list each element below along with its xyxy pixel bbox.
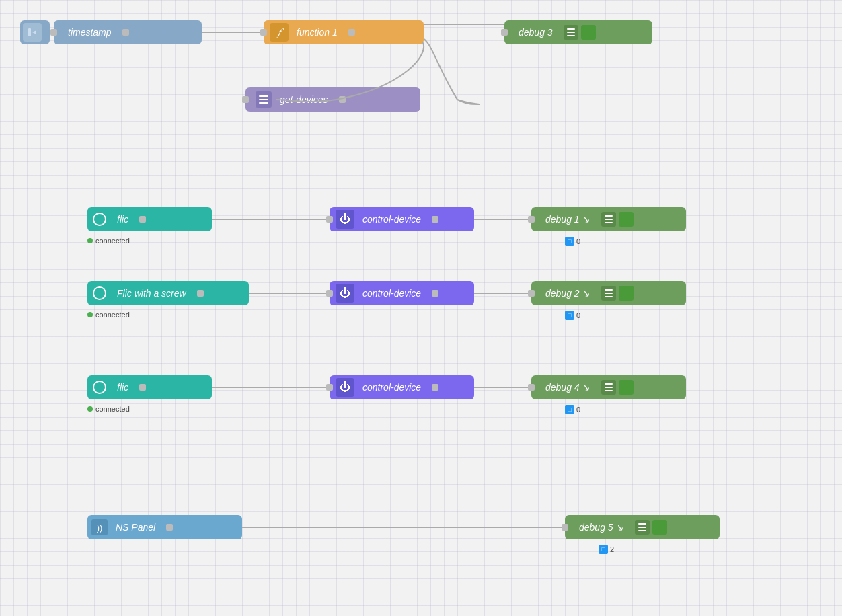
count-box: □ bbox=[565, 405, 574, 414]
flic-button-icon bbox=[93, 213, 106, 226]
node-debug5[interactable]: debug 5 ↘ bbox=[565, 515, 720, 539]
node-debug4[interactable]: debug 4 ↘ bbox=[531, 375, 686, 399]
status-dot bbox=[87, 406, 93, 412]
flic2-status: connected bbox=[87, 311, 130, 319]
count-box: □ bbox=[565, 311, 574, 320]
flic3-status: connected bbox=[87, 405, 130, 413]
port-left bbox=[326, 290, 333, 297]
debug-menu-icon[interactable] bbox=[564, 25, 578, 40]
debug-toggle[interactable] bbox=[619, 380, 634, 395]
debug5-label: debug 5 ↘ bbox=[571, 522, 632, 533]
status-dot bbox=[87, 238, 93, 243]
flic1-label: flic bbox=[109, 214, 137, 225]
port-left bbox=[242, 96, 249, 103]
node-debug2[interactable]: debug 2 ↘ bbox=[531, 281, 686, 305]
port-right bbox=[139, 216, 146, 223]
port-right-top bbox=[348, 29, 355, 36]
node-control-device2[interactable]: ⏻ control-device bbox=[330, 281, 474, 305]
toggle-icon: ⏻ bbox=[336, 378, 354, 397]
debug-toggle[interactable] bbox=[619, 286, 634, 301]
port-right bbox=[197, 290, 204, 297]
port-left bbox=[326, 384, 333, 391]
debug5-count: □ 2 bbox=[599, 545, 614, 554]
node-function1[interactable]: 𝑓 function 1 bbox=[264, 20, 424, 44]
count-box: □ bbox=[565, 237, 574, 246]
debug-menu-icon[interactable] bbox=[601, 286, 616, 301]
toggle-icon: ⏻ bbox=[336, 210, 354, 229]
port-left bbox=[528, 216, 535, 223]
get-devices-label: get-devices bbox=[272, 94, 336, 105]
count-box: □ bbox=[599, 545, 608, 554]
control-device2-label: control-device bbox=[354, 288, 429, 299]
port-left bbox=[501, 29, 508, 36]
flic-button-icon bbox=[93, 286, 106, 300]
port-right bbox=[432, 384, 438, 391]
node-flic3[interactable]: flic bbox=[87, 375, 212, 399]
port-left bbox=[562, 524, 568, 531]
debug-menu-icon[interactable] bbox=[635, 520, 650, 535]
node-red-canvas[interactable]: timestamp 𝑓 function 1 debug 3 get-devic… bbox=[0, 0, 842, 616]
svg-rect-0 bbox=[28, 28, 31, 36]
port-left bbox=[326, 216, 333, 223]
debug3-label: debug 3 bbox=[510, 27, 561, 38]
node-debug3[interactable]: debug 3 bbox=[504, 20, 652, 44]
flic-button-icon bbox=[93, 381, 106, 394]
status-dot bbox=[87, 312, 93, 317]
port-left bbox=[528, 384, 535, 391]
debug-toggle[interactable] bbox=[619, 212, 634, 227]
port-left bbox=[50, 29, 57, 36]
node-get-devices[interactable]: get-devices bbox=[245, 87, 420, 112]
node-control-device1[interactable]: ⏻ control-device bbox=[330, 207, 474, 231]
port-left bbox=[528, 290, 535, 297]
node-timestamp[interactable]: timestamp bbox=[54, 20, 202, 44]
svg-marker-1 bbox=[32, 30, 36, 34]
control-device3-label: control-device bbox=[354, 382, 429, 393]
debug-toggle[interactable] bbox=[652, 520, 667, 535]
port-right bbox=[139, 384, 146, 391]
function-icon: 𝑓 bbox=[270, 23, 289, 42]
debug1-label: debug 1 ↘ bbox=[537, 214, 599, 225]
debug1-count: □ 0 bbox=[565, 237, 580, 246]
port-left bbox=[260, 29, 267, 36]
ns-panel-label: NS Panel bbox=[108, 522, 163, 533]
port-right bbox=[432, 216, 438, 223]
flic3-label: flic bbox=[109, 382, 137, 393]
debug2-count: □ 0 bbox=[565, 311, 580, 320]
debug4-label: debug 4 ↘ bbox=[537, 382, 599, 393]
flic2-label: Flic with a screw bbox=[109, 288, 194, 299]
node-flic2[interactable]: Flic with a screw bbox=[87, 281, 249, 305]
flic1-status: connected bbox=[87, 237, 130, 245]
node-ns-panel[interactable]: )) NS Panel bbox=[87, 515, 242, 539]
lines-icon bbox=[256, 91, 272, 108]
port-right bbox=[339, 96, 346, 103]
debug2-label: debug 2 ↘ bbox=[537, 288, 599, 299]
inject-icon bbox=[23, 23, 42, 42]
node-flic1[interactable]: flic bbox=[87, 207, 212, 231]
port-right bbox=[122, 29, 129, 36]
node-control-device3[interactable]: ⏻ control-device bbox=[330, 375, 474, 399]
control-device1-label: control-device bbox=[354, 214, 429, 225]
node-debug1[interactable]: debug 1 ↘ bbox=[531, 207, 686, 231]
function1-label: function 1 bbox=[289, 27, 346, 38]
ns-panel-icon: )) bbox=[91, 519, 108, 535]
timestamp-label: timestamp bbox=[60, 27, 120, 38]
debug-menu-icon[interactable] bbox=[601, 212, 616, 227]
node-inject[interactable] bbox=[20, 20, 50, 44]
port-right bbox=[166, 524, 173, 531]
debug-menu-icon[interactable] bbox=[601, 380, 616, 395]
debug4-count: □ 0 bbox=[565, 405, 580, 414]
debug-toggle[interactable] bbox=[581, 25, 596, 40]
port-right bbox=[432, 290, 438, 297]
toggle-icon: ⏻ bbox=[336, 284, 354, 303]
